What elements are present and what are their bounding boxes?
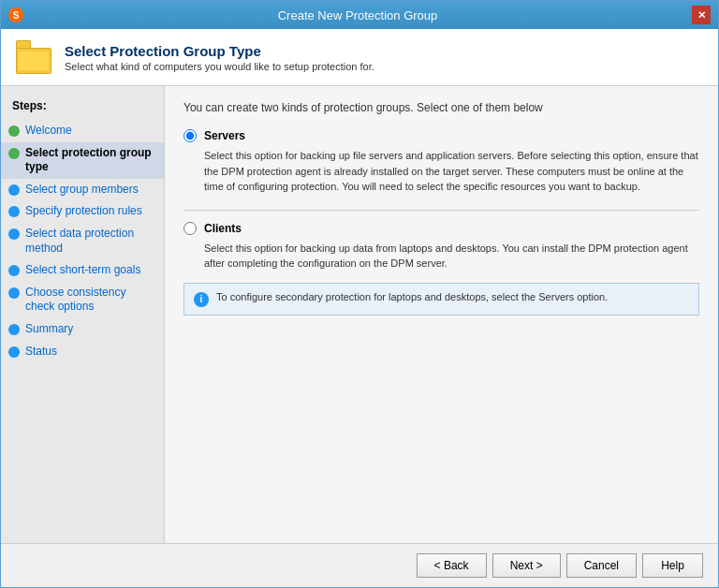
sidebar-label-data-protection: Select data protection method [25,227,156,256]
header-text: Select Protection Group Type Select what… [65,43,374,72]
main-content: Steps: Welcome Select protection group t… [1,86,718,543]
info-icon: i [194,292,209,307]
next-button[interactable]: Next > [492,553,561,578]
sidebar-label-summary: Summary [25,322,73,337]
sidebar-item-data-protection[interactable]: Select data protection method [1,223,164,259]
sidebar-label-specify-rules: Specify protection rules [25,204,142,219]
sidebar-item-specify-rules[interactable]: Specify protection rules [1,200,164,223]
clients-description: Select this option for backing up data f… [204,241,699,272]
sidebar-item-welcome[interactable]: Welcome [1,120,164,142]
clients-label[interactable]: Clients [204,222,242,235]
sidebar-label-short-term: Select short-term goals [25,263,140,278]
servers-description: Select this option for backing up file s… [204,148,699,195]
sidebar-label-select-type: Select protection group type [25,146,156,175]
clients-option-label: Clients [183,222,699,235]
step-dot-consistency [8,287,20,299]
title-bar-left: S [8,7,23,22]
sidebar-item-select-type[interactable]: Select protection group type [1,142,164,179]
clients-radio[interactable] [183,222,197,235]
close-button[interactable]: ✕ [692,6,711,24]
info-text: To configure secondary protection for la… [216,291,608,302]
header-section: Select Protection Group Type Select what… [1,29,718,86]
servers-option-block: Servers Select this option for backing u… [183,129,699,195]
step-dot-status [8,346,20,358]
sidebar-steps-label: Steps: [1,96,164,120]
step-dot-short-term [8,265,20,276]
sidebar-item-status[interactable]: Status [1,341,164,363]
sidebar-item-consistency[interactable]: Choose consistency check options [1,282,164,318]
window-title: Create New Protection Group [23,8,692,22]
back-button[interactable]: < Back [417,553,487,578]
step-dot-select-members [8,184,20,196]
help-button[interactable]: Help [642,553,703,578]
sidebar-label-select-members: Select group members [25,183,139,198]
app-icon: S [8,7,23,22]
cancel-button[interactable]: Cancel [566,553,637,578]
sidebar-item-short-term[interactable]: Select short-term goals [1,259,164,282]
content-area: You can create two kinds of protection g… [165,86,718,543]
servers-label[interactable]: Servers [204,129,245,142]
step-dot-welcome [8,125,20,137]
header-icon [16,40,53,74]
options-divider [183,210,699,211]
info-box: i To configure secondary protection for … [183,283,699,316]
sidebar-item-select-members[interactable]: Select group members [1,179,164,201]
sidebar-item-summary[interactable]: Summary [1,318,164,341]
sidebar-label-consistency: Choose consistency check options [25,286,156,315]
sidebar: Steps: Welcome Select protection group t… [1,86,165,543]
servers-option-label: Servers [183,129,699,142]
clients-option-block: Clients Select this option for backing u… [183,222,699,316]
step-dot-select-type [8,148,20,159]
servers-radio[interactable] [183,129,197,142]
title-bar: S Create New Protection Group ✕ [1,1,718,29]
header-title: Select Protection Group Type [65,43,374,59]
header-subtitle: Select what kind of computers you would … [65,61,374,72]
sidebar-label-status: Status [25,345,57,360]
footer: < Back Next > Cancel Help [1,543,718,587]
content-intro: You can create two kinds of protection g… [183,101,699,114]
main-window: S Create New Protection Group ✕ Select P… [0,0,719,588]
sidebar-label-welcome: Welcome [25,124,72,139]
step-dot-data-protection [8,228,20,240]
step-dot-specify-rules [8,206,20,217]
step-dot-summary [8,324,20,335]
